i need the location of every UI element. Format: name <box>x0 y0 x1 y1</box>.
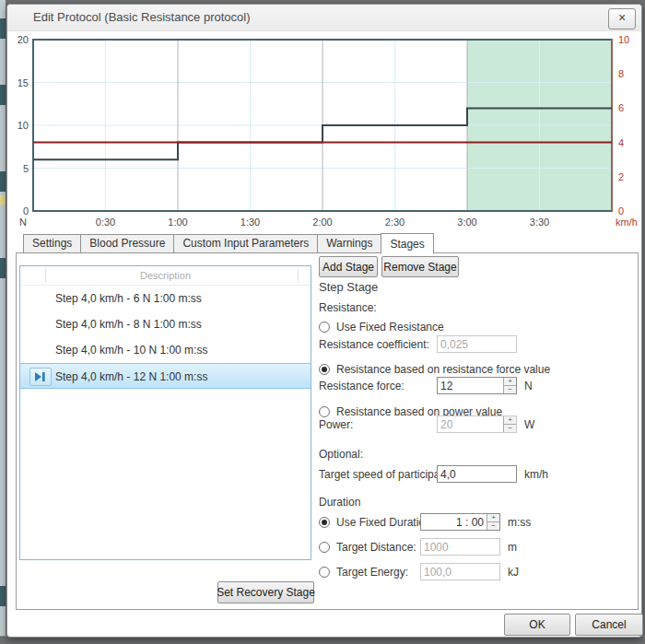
duration-field: +− <box>420 513 500 531</box>
stage-row-4-selected[interactable]: Step 4,0 km/h - 12 N 1:00 m:ss <box>20 363 311 389</box>
radio-circle-icon[interactable] <box>319 322 330 333</box>
duration-input[interactable] <box>421 514 487 530</box>
energy-unit: kJ <box>508 566 519 579</box>
spinner: +− <box>487 514 499 530</box>
svg-text:2: 2 <box>618 171 624 182</box>
svg-text:0: 0 <box>618 205 624 217</box>
radio-resistance-force[interactable]: Resistance based on resistance force val… <box>319 360 550 378</box>
radio-label: Target Energy: <box>336 566 408 579</box>
force-unit: N <box>524 380 533 392</box>
edit-protocol-dialog: Edit Protocol (Basic Resistance protocol… <box>6 4 642 638</box>
description-column-header: Description <box>20 266 311 285</box>
svg-text:8: 8 <box>618 68 624 79</box>
resistance-coefficient-input[interactable] <box>438 336 516 352</box>
svg-text:0: 0 <box>23 205 29 217</box>
svg-text:4: 4 <box>618 137 624 148</box>
radio-circle-icon[interactable] <box>319 364 330 375</box>
step-stage-heading: Step Stage <box>319 280 378 294</box>
duration-section-label: Duration <box>319 496 360 509</box>
resistance-force-input[interactable] <box>438 378 503 393</box>
stage-row-2[interactable]: Step 4,0 km/h - 8 N 1:00 m:ss <box>20 311 311 337</box>
svg-text:2:00: 2:00 <box>312 217 332 228</box>
tab-settings[interactable]: Settings <box>23 234 81 253</box>
power-input[interactable] <box>438 416 503 432</box>
stage-description: Step 4,0 km/h - 8 N 1:00 m:ss <box>55 318 202 331</box>
tab-custom-input-parameters[interactable]: Custom Input Parameters <box>173 234 318 253</box>
add-stage-button[interactable]: Add Stage <box>319 256 378 277</box>
duration-unit: m:ss <box>508 516 531 529</box>
svg-text:10: 10 <box>618 34 629 45</box>
stage-row-1[interactable]: Step 4,0 km/h - 6 N 1:00 m:ss <box>20 286 311 311</box>
background-toolbar-icon <box>0 195 6 205</box>
stage-list-header: Description <box>20 266 311 286</box>
target-speed-field <box>437 465 517 483</box>
dialog-titlebar: Edit Protocol (Basic Resistance protocol… <box>7 5 641 31</box>
spinner: +− <box>503 378 516 393</box>
tab-stages[interactable]: Stages <box>381 233 433 254</box>
ok-button[interactable]: OK <box>504 614 570 636</box>
spin-down-icon[interactable]: − <box>487 522 499 530</box>
svg-text:6: 6 <box>618 102 624 113</box>
svg-text:15: 15 <box>18 77 29 88</box>
radio-target-distance[interactable]: Target Distance: <box>319 538 416 556</box>
column-separator <box>298 268 299 283</box>
radio-circle-icon[interactable] <box>319 406 330 417</box>
svg-text:5: 5 <box>23 163 29 174</box>
svg-text:20: 20 <box>18 34 29 45</box>
background-app-left-strip <box>0 0 6 636</box>
svg-text:3:00: 3:00 <box>457 217 476 228</box>
column-separator <box>45 268 46 283</box>
tab-blood-pressure[interactable]: Blood Pressure <box>80 234 174 253</box>
target-distance-field <box>420 538 500 556</box>
stage-list: Description Step 4,0 km/h - 6 N 1:00 m:s… <box>19 265 311 560</box>
radio-label: Use Fixed Resistance <box>336 321 444 334</box>
skip-to-stage-icon <box>35 372 46 381</box>
target-energy-input[interactable] <box>421 564 499 580</box>
svg-text:1:00: 1:00 <box>168 217 187 228</box>
set-recovery-stage-button[interactable]: Set Recovery Stage <box>217 581 314 603</box>
svg-text:0:30: 0:30 <box>96 217 115 228</box>
target-speed-label: Target speed of participant: <box>319 468 452 481</box>
radio-circle-icon[interactable] <box>319 517 330 528</box>
svg-text:km/h: km/h <box>616 217 638 228</box>
target-speed-input[interactable] <box>438 466 516 482</box>
protocol-chart: 0510152002468100:301:001:302:002:303:003… <box>17 30 636 235</box>
cancel-button[interactable]: Cancel <box>575 614 643 636</box>
optional-label: Optional: <box>319 448 363 461</box>
radio-use-fixed-resistance[interactable]: Use Fixed Resistance <box>319 318 444 335</box>
tab-warnings[interactable]: Warnings <box>317 234 381 253</box>
svg-text:1:30: 1:30 <box>240 217 260 228</box>
svg-text:2:30: 2:30 <box>385 217 405 228</box>
background-toolbar-icon <box>0 586 6 606</box>
target-speed-unit: km/h <box>524 468 548 481</box>
resistance-force-field: +− <box>437 377 517 394</box>
current-stage-tile <box>29 368 52 386</box>
radio-circle-icon[interactable] <box>319 542 330 553</box>
radio-label: Target Distance: <box>336 541 416 554</box>
close-button[interactable]: × <box>608 8 636 29</box>
background-toolbar-icon <box>0 171 6 192</box>
spin-down-icon[interactable]: − <box>504 386 516 393</box>
remove-stage-button[interactable]: Remove Stage <box>381 256 459 277</box>
resistance-label: Resistance: <box>319 301 377 314</box>
power-label: Power: <box>319 418 353 431</box>
stage-description: Step 4,0 km/h - 10 N 1:00 m:ss <box>55 344 207 357</box>
stage-description: Step 4,0 km/h - 6 N 1:00 m:ss <box>55 292 202 305</box>
radio-use-fixed-duration[interactable]: Use Fixed Duration: <box>319 513 434 531</box>
background-toolbar-icon <box>0 18 6 39</box>
background-toolbar-icon <box>0 85 6 105</box>
svg-text:N: N <box>19 217 27 228</box>
power-unit: W <box>524 418 534 431</box>
stage-row-3[interactable]: Step 4,0 km/h - 10 N 1:00 m:ss <box>20 337 311 363</box>
resistance-coefficient-label: Resistance coefficient: <box>319 338 429 351</box>
radio-target-energy[interactable]: Target Energy: <box>319 563 408 580</box>
target-energy-field <box>420 563 500 580</box>
power-field: +− <box>437 416 517 433</box>
radio-circle-icon[interactable] <box>319 567 330 578</box>
tabstrip: Settings Blood Pressure Custom Input Par… <box>23 234 433 253</box>
background-toolbar-icon <box>0 258 6 278</box>
protocol-chart-container: 0510152002468100:301:001:302:002:303:003… <box>17 30 636 235</box>
target-distance-input[interactable] <box>421 539 499 555</box>
spin-down-icon[interactable]: − <box>504 425 516 432</box>
spinner: +− <box>503 416 516 432</box>
